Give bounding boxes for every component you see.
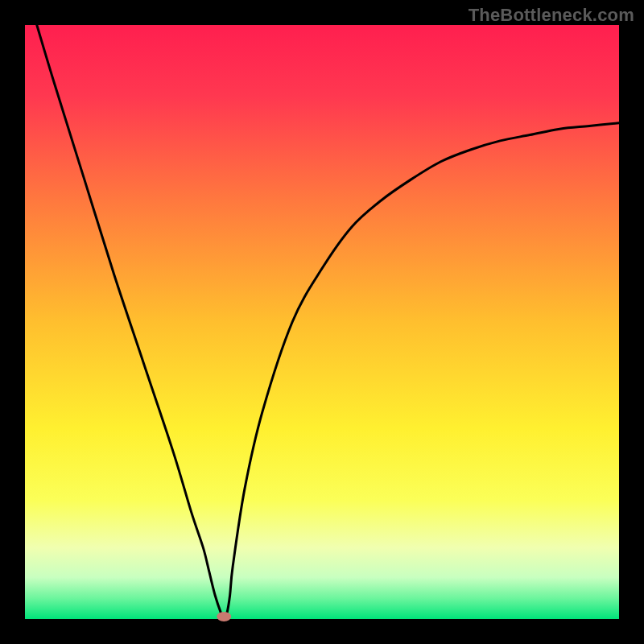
bottleneck-chart — [0, 0, 644, 644]
watermark-text: TheBottleneck.com — [469, 5, 634, 26]
optimum-marker — [217, 612, 231, 621]
chart-frame: TheBottleneck.com — [0, 0, 644, 644]
plot-background — [25, 25, 619, 619]
